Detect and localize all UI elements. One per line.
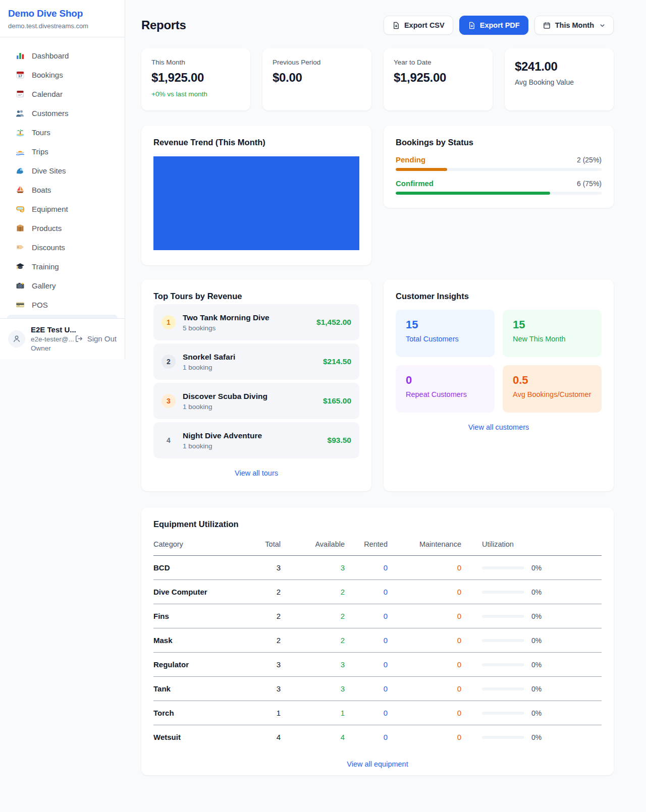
export-csv-button[interactable]: Export CSV xyxy=(384,16,453,35)
utilization-text: 0% xyxy=(531,612,542,620)
sidebar-item-customers[interactable]: Customers xyxy=(5,103,120,123)
tile-label: Repeat Customers xyxy=(406,390,484,398)
cell-category: Dive Computer xyxy=(153,580,237,604)
diving-mask-icon xyxy=(15,204,25,213)
export-pdf-label: Export PDF xyxy=(480,21,520,29)
stat-cards: This Month $1,925.00 +0% vs last month P… xyxy=(141,48,614,110)
calendar-icon xyxy=(543,22,551,29)
sidebar-item-pos[interactable]: POS xyxy=(5,295,120,314)
table-row: Mask22000% xyxy=(153,628,602,653)
cell-maintenance: 0 xyxy=(457,636,461,645)
sidebar-item-label: Tours xyxy=(32,128,50,137)
stat-label: Year to Date xyxy=(394,59,482,66)
sidebar-item-label: Dive Sites xyxy=(32,166,66,175)
stat-card-year-to-date: Year to Date $1,925.00 xyxy=(384,48,493,110)
sidebar-item-label: Calendar xyxy=(32,90,63,98)
cell-rented: 0 xyxy=(384,733,388,741)
tour-row: 4 Night Dive Adventure 1 booking $93.50 xyxy=(153,422,359,458)
table-row: Wetsuit44000% xyxy=(153,725,602,749)
cell-total: 3 xyxy=(237,556,281,580)
sidebar-item-equipment[interactable]: Equipment xyxy=(5,199,120,218)
chevron-down-icon xyxy=(600,23,605,28)
revenue-trend-card: Revenue Trend (This Month) xyxy=(141,126,371,265)
tour-revenue: $1,452.00 xyxy=(316,318,351,327)
sidebar-item-products[interactable]: Products xyxy=(5,218,120,238)
insights-row: Top Tours by Revenue 1 Two Tank Morning … xyxy=(141,279,614,491)
charts-row: Revenue Trend (This Month) Bookings by S… xyxy=(141,126,614,265)
table-row: Tank33000% xyxy=(153,677,602,701)
cell-category: Fins xyxy=(153,604,237,628)
rank-badge: 1 xyxy=(162,315,176,329)
tour-name: Two Tank Morning Dive xyxy=(183,313,309,322)
sign-out-button[interactable]: Sign Out xyxy=(75,334,117,343)
equipment-utilization-card: Equipment Utilization Category Total Ava… xyxy=(141,507,614,775)
table-row: Dive Computer22000% xyxy=(153,580,602,604)
utilization-text: 0% xyxy=(531,733,542,741)
cell-available: 1 xyxy=(341,709,345,717)
stat-card-this-month: This Month $1,925.00 +0% vs last month xyxy=(141,48,250,110)
tile-value: 15 xyxy=(406,318,484,331)
calendar-date-icon: 17 xyxy=(15,70,25,79)
cell-maintenance: 0 xyxy=(457,660,461,669)
utilization-track xyxy=(482,712,524,715)
cell-maintenance: 0 xyxy=(457,733,461,741)
utilization-text: 0% xyxy=(531,636,542,645)
camera-icon xyxy=(15,281,25,290)
tile-value: 0 xyxy=(406,374,484,387)
cell-total: 1 xyxy=(237,701,281,725)
col-total: Total xyxy=(237,533,281,556)
table-row: Torch11000% xyxy=(153,701,602,725)
status-progress-fill xyxy=(396,168,447,171)
view-all-customers-link[interactable]: View all customers xyxy=(396,423,602,431)
tile-new-this-month: 15 New This Month xyxy=(503,310,602,357)
sidebar-item-trips[interactable]: Trips xyxy=(5,142,120,161)
page-title: Reports xyxy=(141,18,186,32)
sidebar-item-training[interactable]: Training xyxy=(5,257,120,276)
utilization-track xyxy=(482,615,524,618)
sidebar-item-boats[interactable]: Boats xyxy=(5,180,120,199)
sidebar-item-dashboard[interactable]: Dashboard xyxy=(5,46,120,65)
col-rented: Rented xyxy=(345,533,388,556)
shop-domain: demo.test.divestreams.com xyxy=(8,22,117,30)
tile-repeat-customers: 0 Repeat Customers xyxy=(396,365,495,413)
view-all-tours-link[interactable]: View all tours xyxy=(153,469,359,477)
sidebar-nav: Dashboard 17 Bookings Calendar Customers xyxy=(0,37,125,318)
sidebar-item-bookings[interactable]: 17 Bookings xyxy=(5,65,120,84)
col-utilization: Utilization xyxy=(461,533,602,556)
export-pdf-button[interactable]: Export PDF xyxy=(459,16,528,35)
user-name: E2E Test U... xyxy=(31,325,69,334)
sidebar-item-gallery[interactable]: Gallery xyxy=(5,276,120,295)
view-all-equipment-link[interactable]: View all equipment xyxy=(153,760,602,768)
sidebar-item-dive-sites[interactable]: Dive Sites xyxy=(5,161,120,180)
revenue-trend-title: Revenue Trend (This Month) xyxy=(153,138,359,147)
sidebar-item-calendar[interactable]: Calendar xyxy=(5,84,120,103)
user-meta: E2E Test U... e2e-tester@... Owner xyxy=(31,325,69,352)
sailboat-icon xyxy=(15,185,25,194)
stat-label: This Month xyxy=(151,59,240,66)
cell-available: 4 xyxy=(341,733,345,741)
tour-name: Night Dive Adventure xyxy=(183,431,320,440)
sidebar-item-label: Equipment xyxy=(32,205,68,213)
table-row: Fins22000% xyxy=(153,604,602,628)
status-count: 2 (25%) xyxy=(577,156,602,164)
sidebar-item-tours[interactable]: Tours xyxy=(5,123,120,142)
status-row-confirmed: Confirmed 6 (75%) xyxy=(396,179,602,195)
tile-value: 15 xyxy=(513,318,591,331)
cell-rented: 0 xyxy=(384,588,388,596)
island-icon xyxy=(15,128,25,137)
tile-value: 0.5 xyxy=(513,374,591,387)
cell-total: 2 xyxy=(237,580,281,604)
bar-chart-icon xyxy=(15,51,25,60)
stat-card-previous-period: Previous Period $0.00 xyxy=(262,48,371,110)
sidebar-item-discounts[interactable]: Discounts xyxy=(5,238,120,257)
sidebar: Demo Dive Shop demo.test.divestreams.com… xyxy=(0,0,125,359)
sidebar-item-reports-partial[interactable] xyxy=(7,315,118,318)
utilization-text: 0% xyxy=(531,685,542,693)
people-icon xyxy=(15,108,25,118)
equipment-utilization-title: Equipment Utilization xyxy=(153,519,602,529)
graduation-cap-icon xyxy=(15,262,25,271)
utilization-track xyxy=(482,591,524,594)
period-dropdown[interactable]: This Month xyxy=(534,16,614,35)
utilization-track xyxy=(482,663,524,666)
shop-name: Demo Dive Shop xyxy=(8,8,117,19)
